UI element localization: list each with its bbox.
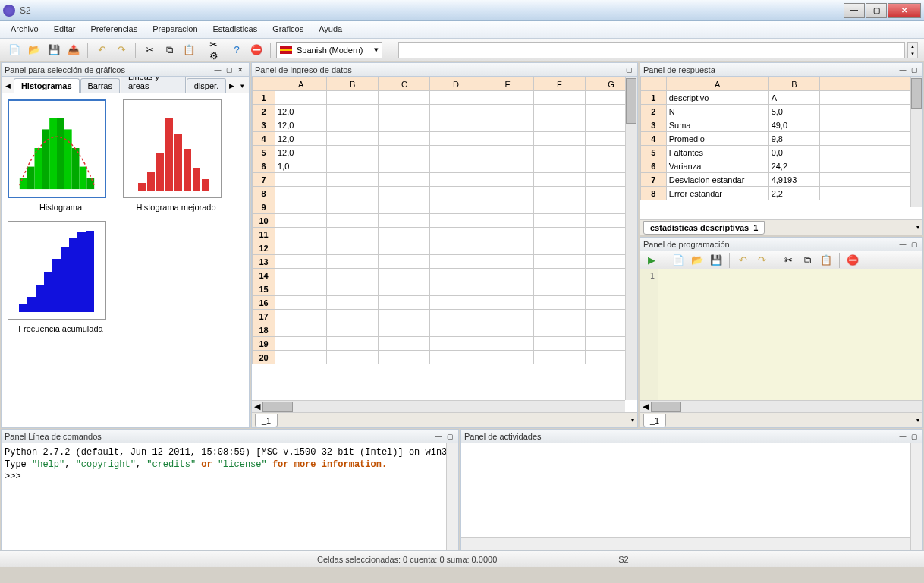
cell[interactable] — [533, 241, 585, 255]
cell[interactable] — [327, 228, 379, 241]
tab-histogramas[interactable]: Histogramas — [14, 78, 80, 93]
cell[interactable] — [327, 200, 379, 214]
copy-button[interactable]: ⧉ — [799, 252, 816, 269]
panel-maximize-icon[interactable]: ▢ — [224, 65, 234, 75]
cell[interactable] — [327, 241, 379, 255]
menu-preferencias[interactable]: Preferencias — [83, 21, 145, 38]
tab-barras[interactable]: Barras — [80, 78, 120, 93]
prog-sheet-tab[interactable]: _1 — [643, 414, 666, 427]
cell[interactable] — [275, 269, 327, 282]
row-header[interactable]: 12 — [253, 241, 275, 255]
cell[interactable] — [379, 91, 430, 105]
save-script-button[interactable]: 💾 — [708, 252, 724, 269]
cell[interactable] — [533, 255, 585, 269]
row-header[interactable]: 2 — [253, 105, 275, 118]
cell[interactable] — [482, 241, 533, 255]
cell[interactable] — [482, 214, 533, 228]
cell[interactable] — [430, 132, 482, 146]
cell[interactable] — [379, 159, 430, 173]
cell[interactable] — [379, 310, 430, 323]
vscrollbar[interactable] — [446, 443, 458, 550]
paste-button[interactable]: 📋 — [818, 252, 834, 269]
cell[interactable]: N — [666, 105, 768, 118]
graph-option-histograma-mejorado[interactable]: Histograma mejorado — [123, 99, 229, 212]
row-header[interactable]: 6 — [253, 159, 275, 173]
cell[interactable] — [430, 173, 482, 187]
cell[interactable] — [379, 187, 430, 200]
row-header[interactable]: 8 — [641, 187, 667, 200]
vscrollbar[interactable] — [910, 443, 922, 550]
vscrollbar[interactable] — [625, 77, 637, 400]
panel-minimize-icon[interactable]: — — [897, 65, 908, 75]
open-script-button[interactable]: 📂 — [689, 252, 706, 269]
cell[interactable] — [379, 282, 430, 296]
cell[interactable] — [482, 255, 533, 269]
cell[interactable] — [533, 132, 585, 146]
cell[interactable] — [379, 337, 430, 351]
col-header-C[interactable]: C — [379, 77, 430, 91]
cell[interactable] — [275, 228, 327, 241]
cell[interactable] — [533, 214, 585, 228]
cell[interactable] — [379, 296, 430, 310]
row-header[interactable]: 1 — [641, 91, 667, 105]
cell[interactable] — [533, 159, 585, 173]
cell[interactable] — [820, 173, 922, 187]
cell[interactable] — [820, 187, 922, 200]
sheet-tab-dropdown[interactable]: ▾ — [916, 417, 919, 424]
cell[interactable] — [820, 146, 922, 159]
cell[interactable] — [327, 323, 379, 337]
cell[interactable]: Varianza — [666, 159, 768, 173]
new-script-button[interactable]: 📄 — [670, 252, 687, 269]
panel-minimize-icon[interactable]: — — [212, 65, 223, 75]
cell[interactable] — [275, 310, 327, 323]
cell[interactable]: 5,0 — [768, 105, 819, 118]
cell[interactable]: Desviacion estandar — [666, 173, 768, 187]
cell[interactable] — [820, 105, 922, 118]
cell[interactable] — [327, 269, 379, 282]
row-header[interactable]: 18 — [253, 323, 275, 337]
cell[interactable] — [275, 351, 327, 364]
cell[interactable] — [482, 105, 533, 118]
cell[interactable] — [533, 282, 585, 296]
response-sheet-tab[interactable]: estadisticas descriptivas_1 — [643, 221, 765, 235]
cell[interactable]: 12,0 — [275, 146, 327, 159]
resp-col-A[interactable]: A — [666, 77, 768, 91]
cell[interactable] — [820, 91, 922, 105]
cell[interactable] — [275, 296, 327, 310]
cell[interactable] — [533, 337, 585, 351]
cell[interactable] — [379, 146, 430, 159]
cell[interactable] — [820, 159, 922, 173]
tab-lineas-areas[interactable]: Lineas y areas — [121, 77, 186, 93]
cell[interactable] — [482, 228, 533, 241]
tab-dropdown[interactable]: ▾ — [237, 79, 247, 93]
cell[interactable] — [430, 91, 482, 105]
cell[interactable] — [820, 132, 922, 146]
sheet-tab-dropdown[interactable]: ▾ — [916, 224, 919, 231]
cell[interactable] — [327, 214, 379, 228]
row-header[interactable]: 2 — [641, 105, 667, 118]
cell[interactable] — [275, 214, 327, 228]
cell[interactable] — [379, 228, 430, 241]
row-header[interactable]: 1 — [253, 91, 275, 105]
run-button[interactable]: ▶ — [643, 252, 660, 269]
cell[interactable]: 12,0 — [275, 118, 327, 132]
cell[interactable] — [482, 282, 533, 296]
col-header-A[interactable]: A — [275, 77, 327, 91]
cell[interactable] — [327, 282, 379, 296]
cell[interactable] — [430, 214, 482, 228]
cell[interactable] — [275, 200, 327, 214]
panel-minimize-icon[interactable]: — — [897, 239, 908, 250]
cell[interactable]: 24,2 — [768, 159, 819, 173]
cell[interactable] — [379, 132, 430, 146]
col-header-B[interactable]: B — [327, 77, 379, 91]
panel-maximize-icon[interactable]: ▢ — [909, 65, 919, 75]
cell[interactable]: A — [768, 91, 819, 105]
cell[interactable] — [482, 132, 533, 146]
formula-bar[interactable] — [398, 42, 905, 58]
hscrollbar[interactable] — [461, 537, 910, 550]
undo-button[interactable]: ↶ — [734, 252, 751, 269]
sheet-tab-dropdown[interactable]: ▾ — [631, 417, 634, 424]
cell[interactable]: 12,0 — [275, 132, 327, 146]
row-header[interactable]: 20 — [253, 351, 275, 364]
paste-button[interactable]: 📋 — [181, 42, 197, 58]
